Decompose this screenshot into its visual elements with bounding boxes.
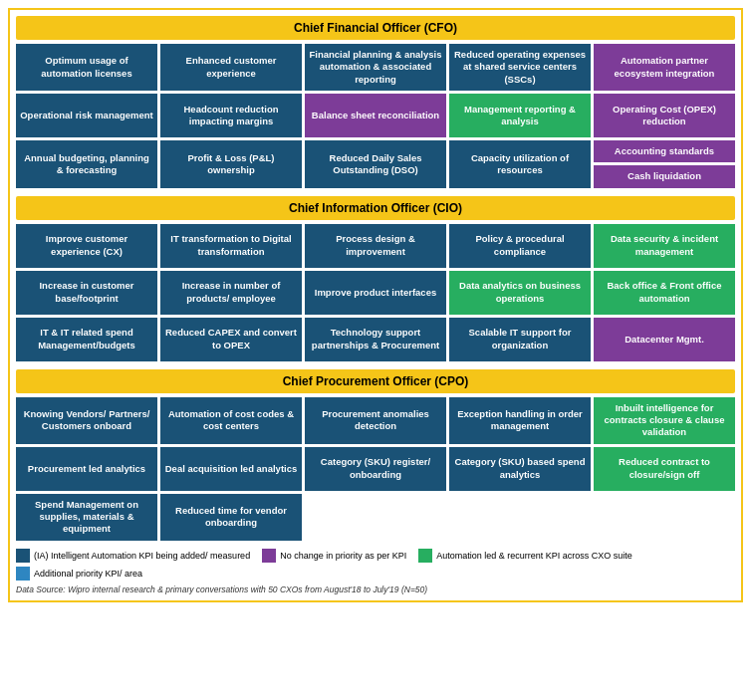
main-container: Chief Financial Officer (CFO) Optimum us… (8, 8, 743, 602)
legend-box-lightblue (16, 567, 30, 581)
cfo-r3-c5-stacked: Accounting standards Cash liquidation (594, 140, 735, 188)
legend-box-purple (262, 549, 276, 563)
cio-r3-c1: IT & IT related spend Management/budgets (16, 318, 157, 361)
cio-row1: Improve customer experience (CX) IT tran… (16, 224, 735, 268)
legend-label-lightblue: Additional priority KPI/ area (34, 569, 142, 579)
cpo-r1-c5: Inbuilt intelligence for contracts closu… (594, 397, 735, 444)
cfo-r1-c2: Enhanced customer experience (160, 44, 302, 91)
cfo-header: Chief Financial Officer (CFO) (16, 16, 735, 40)
cpo-r2-c5: Reduced contract to closure/sign off (594, 447, 735, 491)
cfo-r3-c1: Annual budgeting, planning & forecasting (16, 140, 157, 188)
cfo-r2-c4: Management reporting & analysis (449, 94, 591, 137)
cio-r1-c4: Policy & procedural compliance (449, 224, 591, 268)
cfo-r3-c3: Reduced Daily Sales Outstanding (DSO) (305, 140, 446, 188)
cfo-row1: Optimum usage of automation licenses Enh… (16, 44, 735, 91)
cfo-r2-c1: Operational risk management (16, 94, 157, 137)
cfo-r3-c5-bottom: Cash liquidation (594, 165, 735, 187)
cio-r3-c4: Scalable IT support for organization (449, 318, 591, 361)
legend-item-blue: (IA) Intelligent Automation KPI being ad… (16, 549, 250, 563)
legend-label-blue: (IA) Intelligent Automation KPI being ad… (34, 551, 250, 561)
cfo-r1-c1: Optimum usage of automation licenses (16, 44, 157, 91)
cio-r2-c4: Data analytics on business operations (449, 271, 591, 315)
legend-label-purple: No change in priority as per KPI (280, 551, 406, 561)
cio-r3-c5: Datacenter Mgmt. (594, 318, 735, 361)
datasource: Data Source: Wipro internal research & p… (16, 584, 735, 594)
cfo-r2-c5: Operating Cost (OPEX) reduction (594, 94, 735, 137)
legend-box-green (418, 549, 432, 563)
cio-row2: Increase in customer base/footprint Incr… (16, 271, 735, 315)
cio-r2-c5: Back office & Front office automation (594, 271, 735, 315)
cfo-r1-c4: Reduced operating expenses at shared ser… (449, 44, 591, 91)
cpo-r1-c4: Exception handling in order management (449, 397, 591, 444)
legend-item-green: Automation led & recurrent KPI across CX… (418, 549, 632, 563)
cpo-header: Chief Procurement Officer (CPO) (16, 369, 735, 393)
cio-header: Chief Information Officer (CIO) (16, 196, 735, 220)
cio-r1-c1: Improve customer experience (CX) (16, 224, 157, 268)
legend-item-lightblue: Additional priority KPI/ area (16, 567, 142, 581)
cpo-r1-c3: Procurement anomalies detection (305, 397, 446, 444)
cio-r3-c2: Reduced CAPEX and convert to OPEX (160, 318, 302, 361)
cio-r1-c2: IT transformation to Digital transformat… (160, 224, 302, 268)
cio-r1-c5: Data security & incident management (594, 224, 735, 268)
cio-r2-c3: Improve product interfaces (305, 271, 446, 315)
cpo-section: Chief Procurement Officer (CPO) Knowing … (16, 369, 735, 541)
cpo-r3-c2: Reduced time for vendor onboarding (160, 494, 302, 541)
cpo-r2-c2: Deal acquisition led analytics (160, 447, 302, 491)
cpo-row3: Spend Management on supplies, materials … (16, 494, 735, 541)
cfo-r1-c5: Automation partner ecosystem integration (594, 44, 735, 91)
cfo-section: Chief Financial Officer (CFO) Optimum us… (16, 16, 735, 188)
cpo-r2-c3: Category (SKU) register/ onboarding (305, 447, 446, 491)
cpo-row1: Knowing Vendors/ Partners/ Customers onb… (16, 397, 735, 444)
legend-item-purple: No change in priority as per KPI (262, 549, 406, 563)
cfo-r3-c2: Profit & Loss (P&L) ownership (160, 140, 302, 188)
cio-r2-c2: Increase in number of products/ employee (160, 271, 302, 315)
cpo-r1-c2: Automation of cost codes & cost centers (160, 397, 302, 444)
cfo-r2-c3: Balance sheet reconciliation (305, 94, 446, 137)
cpo-row2: Procurement led analytics Deal acquisiti… (16, 447, 735, 491)
cfo-row3: Annual budgeting, planning & forecasting… (16, 140, 735, 188)
legend-label-green: Automation led & recurrent KPI across CX… (436, 551, 632, 561)
legend-container: (IA) Intelligent Automation KPI being ad… (16, 549, 735, 581)
cio-r1-c3: Process design & improvement (305, 224, 446, 268)
cfo-r1-c3: Financial planning & analysis automation… (305, 44, 446, 91)
cfo-r3-c4: Capacity utilization of resources (449, 140, 591, 188)
legend-box-blue (16, 549, 30, 563)
cpo-r3-empty (305, 494, 735, 541)
cpo-r3-c1: Spend Management on supplies, materials … (16, 494, 157, 541)
cfo-r2-c2: Headcount reduction impacting margins (160, 94, 302, 137)
cio-r2-c1: Increase in customer base/footprint (16, 271, 157, 315)
cpo-r2-c1: Procurement led analytics (16, 447, 157, 491)
cio-r3-c3: Technology support partnerships & Procur… (305, 318, 446, 361)
cfo-row2: Operational risk management Headcount re… (16, 94, 735, 137)
cfo-r3-c5-top: Accounting standards (594, 140, 735, 162)
cpo-r2-c4: Category (SKU) based spend analytics (449, 447, 591, 491)
cio-section: Chief Information Officer (CIO) Improve … (16, 196, 735, 361)
cio-row3: IT & IT related spend Management/budgets… (16, 318, 735, 361)
cpo-r1-c1: Knowing Vendors/ Partners/ Customers onb… (16, 397, 157, 444)
